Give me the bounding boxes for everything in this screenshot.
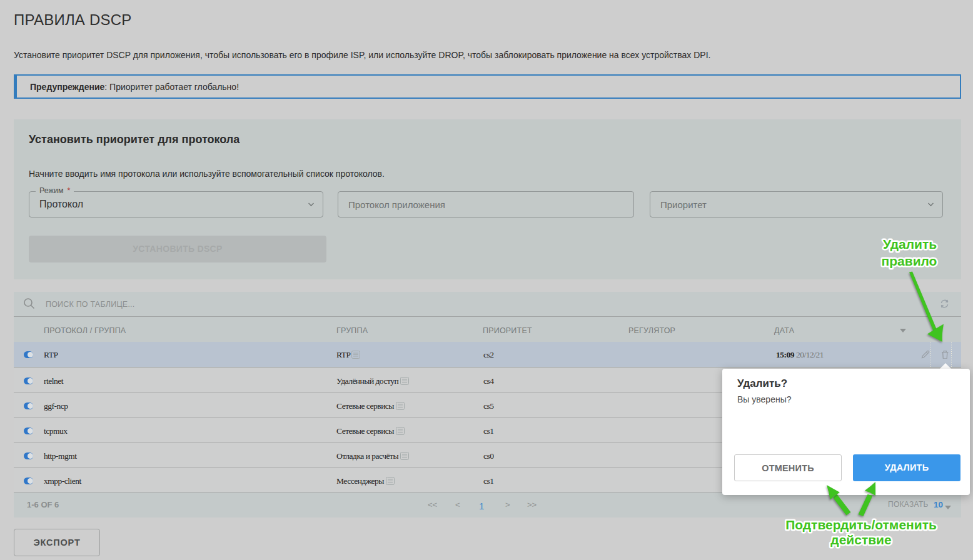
svg-text:действие: действие (830, 532, 891, 547)
svg-text:Подтвердить/отменить: Подтвердить/отменить (785, 518, 937, 532)
svg-text:Удалить: Удалить (883, 237, 937, 251)
svg-text:правило: правило (882, 254, 937, 268)
